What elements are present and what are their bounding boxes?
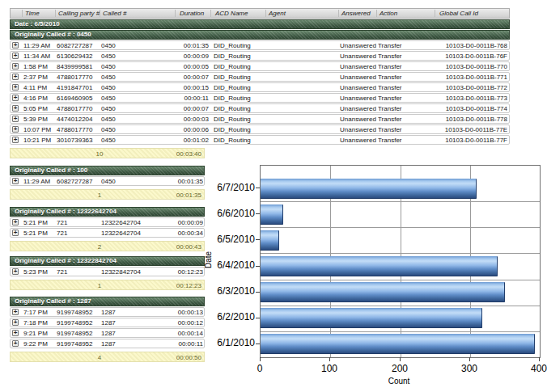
- acd-cell: DID_Routing: [214, 84, 265, 91]
- duration-cell: 00:00:11: [175, 95, 209, 102]
- group-summary-row: 10 00:03:40: [10, 148, 205, 158]
- x-tick: [260, 357, 261, 361]
- duration-cell: 00:00:03: [175, 116, 209, 123]
- acd-cell: DID_Routing: [214, 126, 265, 133]
- expand-icon[interactable]: [12, 340, 19, 347]
- answered-cell: Unanswered: [340, 116, 376, 123]
- called-cell: 0450: [101, 126, 174, 133]
- time-cell: 1:58 PM: [23, 63, 55, 70]
- gridline: [261, 306, 540, 306]
- summary-total-duration: 00:12:23: [176, 282, 201, 289]
- x-tick: [469, 357, 470, 361]
- x-tick-label: 0: [242, 363, 278, 374]
- x-tick: [400, 357, 401, 361]
- y-tick: [256, 318, 260, 318]
- duration-cell: 00:00:07: [175, 105, 209, 112]
- called-cell: 0450: [101, 63, 174, 70]
- y-tick: [256, 292, 260, 293]
- calling-cell: 9199748952: [57, 319, 100, 327]
- answered-cell: Unanswered: [340, 63, 376, 70]
- expand-icon[interactable]: [12, 95, 19, 101]
- global-id-cell: 10103-D0-0011B-768: [431, 42, 507, 49]
- acd-cell: DID_Routing: [214, 42, 265, 49]
- expand-icon[interactable]: [12, 230, 19, 236]
- called-group-bar: Originally Called # : 1287: [10, 297, 205, 306]
- bar: [261, 282, 505, 302]
- acd-cell: DID_Routing: [214, 53, 265, 60]
- category-label: 6/7/2010: [213, 183, 255, 193]
- column-divider: [100, 10, 100, 17]
- expand-icon[interactable]: [12, 63, 19, 70]
- column-header: Agent: [267, 10, 286, 18]
- y-tick: [256, 266, 260, 267]
- expand-icon[interactable]: [12, 219, 19, 226]
- time-cell: 11:29 AM: [23, 178, 55, 185]
- call-report-page: TimeCalling party #Called #DurationACD N…: [0, 0, 547, 392]
- expand-icon[interactable]: [12, 309, 19, 315]
- expand-icon[interactable]: [12, 126, 19, 133]
- group-summary-row: 200:00:43: [10, 241, 205, 251]
- called-cell: 12322642704: [101, 230, 166, 237]
- expand-icon[interactable]: [12, 178, 19, 184]
- top-table-rows: 11:29 AM6082727287045000:01:35DID_Routin…: [10, 40, 510, 145]
- time-cell: 9:21 PM: [23, 330, 55, 337]
- expand-icon[interactable]: [12, 53, 19, 59]
- summary-total-duration: 00:00:50: [176, 354, 201, 361]
- column-header: Global Call Id: [438, 10, 478, 18]
- expand-icon[interactable]: [12, 319, 19, 326]
- table-row: 5:21 PM7211232264270400:00:34: [10, 228, 205, 238]
- expand-icon[interactable]: [12, 105, 19, 112]
- duration-cell: 00:00:06: [175, 126, 209, 133]
- expand-icon[interactable]: [12, 330, 19, 336]
- called-cell: 0450: [101, 84, 174, 91]
- action-cell: Transfer: [378, 105, 433, 112]
- summary-total-duration: 00:00:43: [176, 243, 201, 251]
- y-tick: [256, 344, 260, 344]
- call-report-table: TimeCalling party #Called #DurationACD N…: [10, 8, 510, 158]
- column-divider: [175, 10, 176, 17]
- time-cell: 5:21 PM: [23, 219, 55, 226]
- column-header: Calling party #: [57, 10, 100, 18]
- summary-total-duration: 00:03:40: [176, 150, 201, 158]
- time-cell: 7:18 PM: [23, 319, 55, 327]
- acd-cell: DID_Routing: [214, 116, 265, 123]
- called-group-bar: Originally Called # : 100: [10, 166, 205, 175]
- table-row: 9:22 PM9199748952128700:00:11: [10, 339, 205, 348]
- expand-icon[interactable]: [12, 268, 19, 275]
- gridline: [261, 253, 540, 254]
- expand-icon[interactable]: [12, 42, 19, 48]
- category-label: 6/5/2010: [213, 234, 255, 245]
- calling-cell: 9199748952: [57, 309, 100, 316]
- column-header: Answered: [340, 10, 371, 18]
- answered-cell: Unanswered: [340, 105, 376, 112]
- expand-icon[interactable]: [12, 137, 19, 143]
- time-cell: 5:23 PM: [23, 268, 55, 276]
- answered-cell: Unanswered: [340, 126, 376, 133]
- expand-icon[interactable]: [12, 74, 19, 80]
- calling-cell: 721: [57, 230, 100, 237]
- calling-cell: 3010739363: [57, 137, 100, 144]
- originally-called-section: Originally Called # : 123226427045:21 PM…: [10, 207, 205, 251]
- gridline: [261, 280, 540, 280]
- called-cell: 1287: [101, 340, 166, 348]
- action-cell: Transfer: [378, 42, 433, 49]
- table-row: 10:21 PM3010739363045000:01:02DID_Routin…: [10, 135, 510, 145]
- summary-count: 2: [87, 243, 112, 251]
- table-row: 1:58 PM8439999581045000:00:05DID_Routing…: [10, 61, 510, 71]
- acd-cell: DID_Routing: [214, 74, 265, 81]
- action-cell: Transfer: [378, 116, 433, 123]
- expand-icon[interactable]: [12, 84, 19, 91]
- action-cell: Transfer: [378, 126, 433, 133]
- table-row: 7:17 PM9199748952128700:00:13: [10, 307, 205, 317]
- calling-cell: 4191847701: [57, 84, 100, 91]
- y-tick: [256, 188, 260, 188]
- expand-icon[interactable]: [12, 116, 19, 122]
- column-header: Called #: [101, 10, 126, 18]
- acd-cell: DID_Routing: [214, 137, 265, 144]
- table-row: 5:05 PM4788017770045000:00:07DID_Routing…: [10, 103, 510, 113]
- calling-cell: 4788017770: [57, 126, 100, 133]
- table-row: 11:29 AM6082727287045000:01:35: [10, 176, 205, 186]
- summary-count: 4: [87, 354, 112, 361]
- duration-cell: 00:00:13: [168, 309, 203, 316]
- x-tick: [539, 357, 540, 361]
